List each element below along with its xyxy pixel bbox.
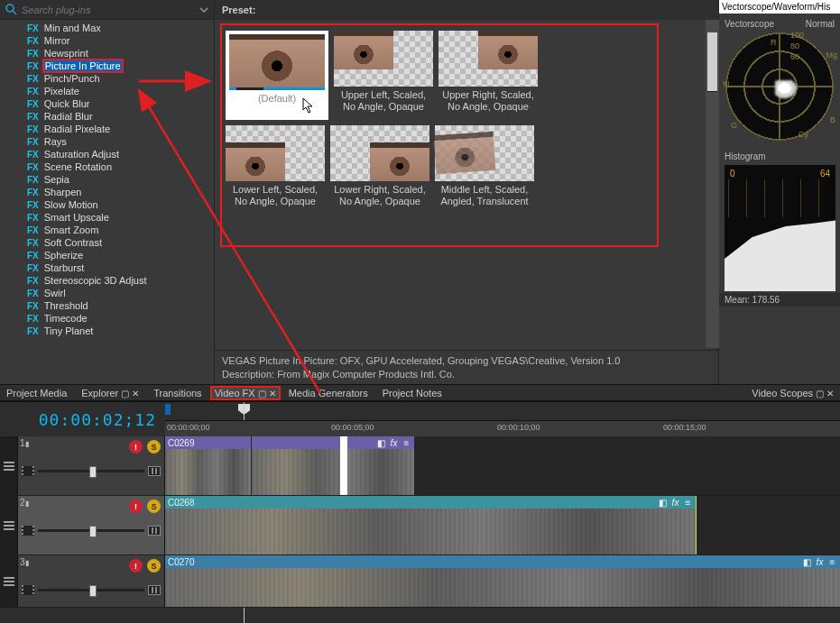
solo-button[interactable]: S — [147, 559, 161, 573]
fx-badge-icon: FX — [27, 112, 39, 122]
plugin-item[interactable]: FXSharpen — [25, 186, 214, 198]
track-type-icon — [22, 585, 34, 595]
fx-badge-icon: FX — [27, 314, 39, 324]
plugin-name: Min and Max — [44, 23, 101, 33]
track-header[interactable]: !S3▮ — [18, 555, 165, 607]
tab-media-generators[interactable]: Media Generators — [282, 387, 374, 399]
track-level-slider[interactable] — [38, 529, 144, 532]
track-level-slider[interactable] — [38, 470, 144, 472]
preset-item[interactable]: Upper Right, Scaled, No Angle, Opaque — [438, 31, 538, 120]
plugin-name: Soft Contrast — [44, 237, 102, 248]
preset-item[interactable]: Lower Left, Scaled, No Angle, Opaque — [226, 125, 325, 207]
track-options-icon[interactable] — [0, 555, 18, 607]
plugin-item[interactable]: FXNewsprint — [25, 47, 214, 60]
fx-badge-icon: FX — [27, 276, 39, 286]
maximize-icon[interactable]: ▢ — [816, 389, 824, 399]
plugin-item[interactable]: FXSoft Contrast — [25, 236, 214, 249]
timeline-ruler[interactable]: 00:00:00;00 00:00:05;00 00:00:10;00 00:0… — [165, 402, 840, 436]
vs-tick: B — [830, 115, 835, 124]
track-options-icon[interactable] — [0, 436, 18, 495]
plugin-name: Threshold — [44, 300, 88, 311]
maximize-icon[interactable]: ▢ — [121, 389, 129, 399]
fx-icon[interactable]: fx — [670, 498, 680, 508]
plugin-item[interactable]: FXSlow Motion — [25, 198, 214, 211]
pan-crop-icon[interactable]: ◧ — [802, 557, 812, 567]
plugin-item[interactable]: FXScene Rotation — [25, 160, 214, 173]
plugin-item[interactable]: FXSepia — [25, 173, 214, 186]
plugin-item[interactable]: FXRadial Blur — [25, 110, 214, 123]
plugin-item[interactable]: FXSwirl — [25, 287, 214, 299]
track-number: 1▮ — [20, 438, 29, 448]
clip-menu-icon[interactable]: ≡ — [402, 438, 411, 448]
plugin-item[interactable]: FXPinch/Punch — [25, 72, 214, 85]
pan-crop-icon[interactable]: ◧ — [376, 438, 386, 448]
preset-vertical-scrollbar[interactable] — [706, 20, 719, 348]
plugin-item[interactable]: FXThreshold — [25, 299, 214, 312]
close-icon[interactable]: ✕ — [132, 389, 139, 399]
timeline-clip[interactable]: C0270◧fx≡ — [165, 555, 840, 607]
vectorscope-mode[interactable]: Normal — [806, 19, 835, 29]
plugin-item[interactable]: FXMirror — [25, 34, 214, 47]
plugin-item[interactable]: FXSpherize — [25, 249, 214, 261]
clip-menu-icon[interactable]: ≡ — [827, 557, 837, 567]
preset-item[interactable]: (Default) — [226, 31, 328, 120]
clip-menu-icon[interactable]: ≡ — [683, 498, 693, 508]
close-icon[interactable]: ✕ — [269, 389, 276, 399]
tab-transitions[interactable]: Transitions — [147, 387, 208, 399]
svg-point-0 — [6, 5, 14, 12]
track-lane[interactable]: C0268◧fx≡ — [165, 496, 840, 554]
mute-button[interactable]: ! — [129, 499, 143, 513]
hist-tick-64: 64 — [820, 169, 830, 179]
solo-button[interactable]: S — [147, 440, 161, 454]
scopes-tabs-top[interactable]: Vectorscope/Waveform/His — [719, 0, 840, 14]
plugin-item[interactable]: FXTiny Planet — [25, 325, 214, 337]
track-level-slider[interactable] — [38, 589, 144, 591]
plugin-item[interactable]: FXSmart Zoom — [25, 224, 214, 236]
plugin-item[interactable]: FXSmart Upscale — [25, 211, 214, 224]
pan-crop-icon[interactable]: ◧ — [658, 498, 668, 508]
preset-item[interactable]: Upper Left, Scaled, No Angle, Opaque — [334, 31, 433, 120]
preset-thumbnail — [334, 31, 433, 87]
fx-icon[interactable]: fx — [389, 438, 399, 448]
close-icon[interactable]: ✕ — [826, 389, 834, 399]
plugin-item[interactable]: FXPixelate — [25, 85, 214, 97]
fx-badge-icon: FX — [27, 150, 39, 160]
track-lane[interactable]: C0270◧fx≡ — [165, 555, 840, 607]
tab-project-media[interactable]: Project Media — [0, 387, 73, 399]
track-type-icon — [22, 466, 34, 476]
plugin-item[interactable]: FXMin and Max — [25, 22, 214, 34]
fx-icon[interactable]: fx — [815, 557, 825, 567]
timeline-loop-start[interactable] — [165, 404, 171, 415]
plugin-item[interactable]: FXStereoscopic 3D Adjust — [25, 274, 214, 287]
plugin-item[interactable]: FXSaturation Adjust — [25, 148, 214, 160]
preset-item[interactable]: Lower Right, Scaled, No Angle, Opaque — [330, 125, 429, 207]
search-input[interactable] — [22, 5, 195, 15]
track-lane[interactable]: C0269◧fx≡ — [165, 436, 840, 495]
plugin-item[interactable]: FXTimecode — [25, 312, 214, 325]
timeline-clip[interactable]: C0268◧fx≡ — [165, 496, 696, 554]
plugin-item[interactable]: FXQuick Blur — [25, 97, 214, 110]
dropdown-icon[interactable] — [199, 5, 208, 14]
plugin-list[interactable]: FXMin and MaxFXMirrorFXNewsprintFXPictur… — [0, 20, 214, 384]
track-options-icon[interactable] — [0, 496, 18, 554]
track-header[interactable]: !S2▮ — [18, 496, 165, 554]
mute-button[interactable]: ! — [129, 440, 143, 454]
track-meter-icon — [148, 466, 161, 476]
timeline-clip[interactable]: ◧fx≡ — [252, 436, 414, 495]
hist-tick-0: 0 — [730, 169, 735, 179]
preset-item[interactable]: Middle Left, Scaled, Angled, Translucent — [435, 125, 534, 207]
track-type-icon — [22, 526, 34, 536]
plugin-item[interactable]: FXRadial Pixelate — [25, 123, 214, 135]
tab-explorer[interactable]: Explorer▢✕ — [75, 387, 145, 399]
maximize-icon[interactable]: ▢ — [258, 389, 266, 399]
tab-video-fx[interactable]: Video FX▢✕ — [210, 386, 281, 400]
timeline-clip[interactable]: C0269 — [165, 436, 251, 495]
plugin-item[interactable]: FXStarburst — [25, 261, 214, 274]
tab-video-scopes[interactable]: Video Scopes▢✕ — [745, 387, 840, 399]
solo-button[interactable]: S — [147, 499, 161, 513]
plugin-item[interactable]: FXRays — [25, 135, 214, 148]
plugin-item[interactable]: FXPicture In Picture — [25, 60, 214, 72]
mute-button[interactable]: ! — [129, 559, 143, 573]
tab-project-notes[interactable]: Project Notes — [376, 387, 448, 399]
track-header[interactable]: !S1▮ — [18, 436, 165, 495]
